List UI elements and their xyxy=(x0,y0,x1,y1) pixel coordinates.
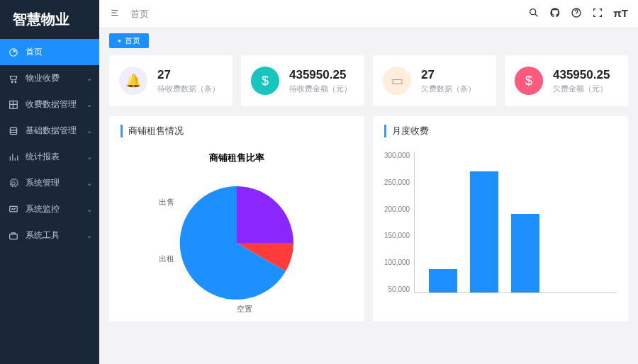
sidebar-item-label: 基础数据管理 xyxy=(26,125,77,137)
currency-icon: $ xyxy=(251,67,279,95)
tabbar: 首页 xyxy=(99,28,638,55)
bar xyxy=(429,269,457,292)
stat-card-pending-count: 🔔 27 待收费数据（条） xyxy=(109,55,233,106)
bell-icon: 🔔 xyxy=(119,67,147,95)
chevron-down-icon: ⌄ xyxy=(86,232,92,239)
chevron-down-icon: ⌄ xyxy=(86,101,92,108)
help-icon[interactable] xyxy=(571,7,582,21)
grid-icon xyxy=(9,100,20,110)
stat-card-overdue-count: ▭ 27 欠费数据（条） xyxy=(373,55,496,106)
sidebar-item-system-monitor[interactable]: 系统监控 ⌄ xyxy=(0,196,99,222)
svg-rect-4 xyxy=(10,127,16,134)
font-size-icon[interactable]: πT xyxy=(613,7,628,21)
y-tick: 100,000 xyxy=(384,258,410,266)
stat-value: 27 xyxy=(157,68,220,82)
svg-point-7 xyxy=(530,9,536,15)
pie-label-sold: 出售 xyxy=(159,197,174,207)
search-icon[interactable] xyxy=(528,7,539,21)
stat-row: 🔔 27 待收费数据（条） $ 435950.25 待收费金额（元） ▭ xyxy=(109,55,628,106)
sidebar-item-property-fee[interactable]: 物业收费 ⌄ xyxy=(0,65,99,91)
stat-value: 435950.25 xyxy=(289,68,352,82)
main-area: 首页 πT 首页 🔔 27 待收费数据（条） xyxy=(99,0,638,364)
gear-icon xyxy=(9,178,20,188)
sidebar: 智慧物业 首页 物业收费 ⌄ 收费数据管理 ⌄ 基础数据管理 xyxy=(0,0,99,364)
y-tick: 50,000 xyxy=(384,285,410,293)
stat-label: 待收费数据（条） xyxy=(157,84,220,94)
panel-title: 月度收费 xyxy=(384,125,617,137)
stat-card-overdue-amount: $ 435950.25 欠费金额（元） xyxy=(505,55,628,106)
cart-icon xyxy=(9,74,20,84)
chevron-down-icon: ⌄ xyxy=(86,179,92,187)
panel-rent-sale: 商铺租售情况 商铺租售比率 出售 xyxy=(109,116,364,322)
bars-area xyxy=(414,152,617,293)
sidebar-item-fee-data[interactable]: 收费数据管理 ⌄ xyxy=(0,91,99,118)
currency-icon: $ xyxy=(515,67,543,95)
chevron-down-icon: ⌄ xyxy=(86,127,92,135)
pie-label-vacant: 空置 xyxy=(237,304,252,314)
sidebar-item-base-data[interactable]: 基础数据管理 ⌄ xyxy=(0,118,99,144)
fullscreen-icon[interactable] xyxy=(592,7,603,21)
bar xyxy=(511,214,539,292)
sidebar-item-label: 统计报表 xyxy=(26,151,60,163)
wallet-icon: ▭ xyxy=(383,67,411,95)
stat-label: 待收费金额（元） xyxy=(289,84,352,94)
breadcrumb: 首页 xyxy=(130,8,149,21)
panel-monthly-fee: 月度收费 300,000 250,000 200,000 150,000 100… xyxy=(373,116,628,322)
content-area: 🔔 27 待收费数据（条） $ 435950.25 待收费金额（元） ▭ xyxy=(99,55,638,331)
dashboard-icon xyxy=(9,47,20,57)
chevron-down-icon: ⌄ xyxy=(86,74,92,82)
stat-label: 欠费金额（元） xyxy=(553,84,610,94)
pie-label-rent: 出租 xyxy=(159,254,174,264)
sidebar-item-label: 系统工具 xyxy=(26,229,60,241)
database-icon xyxy=(9,126,20,136)
chart-icon xyxy=(9,152,20,162)
pie-title: 商铺租售比率 xyxy=(121,152,353,164)
toolbox-icon xyxy=(9,231,20,241)
sidebar-item-system-tools[interactable]: 系统工具 ⌄ xyxy=(0,222,99,249)
y-tick: 200,000 xyxy=(384,205,410,213)
chevron-down-icon: ⌄ xyxy=(86,205,92,213)
collapse-sidebar-icon[interactable] xyxy=(109,8,121,21)
tab-label: 首页 xyxy=(125,35,140,46)
app-logo: 智慧物业 xyxy=(0,0,99,39)
stat-value: 27 xyxy=(421,68,476,82)
chart-row: 商铺租售情况 商铺租售比率 出售 xyxy=(109,116,628,322)
stat-value: 435950.25 xyxy=(553,68,610,82)
panel-title: 商铺租售情况 xyxy=(121,125,353,137)
sidebar-item-label: 收费数据管理 xyxy=(26,98,77,110)
topbar: 首页 πT xyxy=(99,0,638,28)
sidebar-item-home[interactable]: 首页 xyxy=(0,39,99,65)
svg-rect-6 xyxy=(10,234,18,239)
stat-card-pending-amount: $ 435950.25 待收费金额（元） xyxy=(241,55,364,106)
sidebar-item-label: 物业收费 xyxy=(26,72,60,84)
svg-point-2 xyxy=(15,81,16,82)
sidebar-item-reports[interactable]: 统计报表 ⌄ xyxy=(0,144,99,170)
monitor-icon xyxy=(9,205,20,215)
topbar-actions: πT xyxy=(528,7,628,21)
sidebar-item-label: 首页 xyxy=(26,46,43,58)
y-tick: 250,000 xyxy=(384,178,410,186)
chevron-down-icon: ⌄ xyxy=(86,153,92,161)
bar xyxy=(470,171,498,292)
y-tick: 300,000 xyxy=(384,152,410,159)
stat-label: 欠费数据（条） xyxy=(421,84,476,94)
y-tick: 150,000 xyxy=(384,232,410,239)
svg-point-1 xyxy=(11,81,13,82)
bar-chart: 300,000 250,000 200,000 150,000 100,000 … xyxy=(384,152,617,293)
sidebar-item-system-mgmt[interactable]: 系统管理 ⌄ xyxy=(0,170,99,196)
github-icon[interactable] xyxy=(549,7,561,21)
sidebar-item-label: 系统管理 xyxy=(26,177,60,189)
sidebar-item-label: 系统监控 xyxy=(26,203,60,215)
y-axis: 300,000 250,000 200,000 150,000 100,000 … xyxy=(384,152,414,293)
pie-chart: 出售 出租 空置 xyxy=(166,176,308,313)
tab-home[interactable]: 首页 xyxy=(109,33,149,48)
